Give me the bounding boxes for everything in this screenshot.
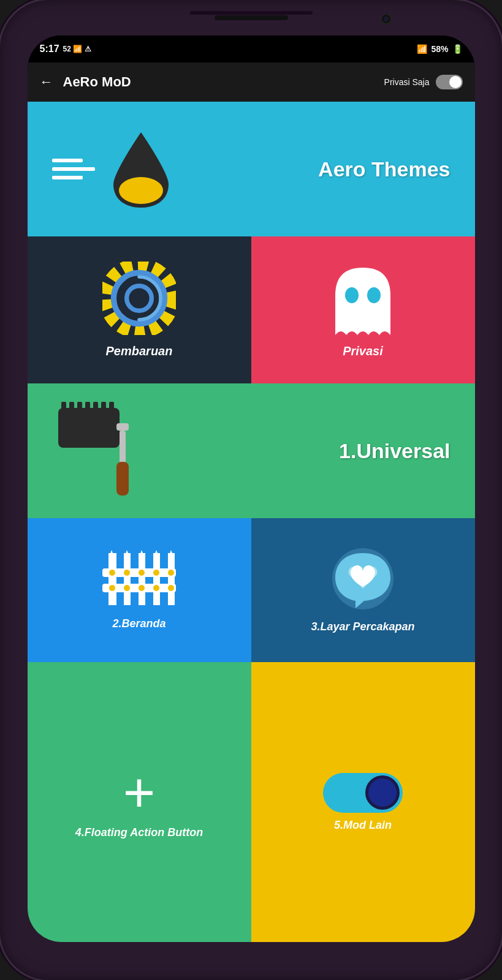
privasi-label: Privasi bbox=[343, 344, 383, 358]
speed-line-1 bbox=[52, 159, 83, 162]
svg-point-6 bbox=[345, 287, 359, 303]
speed-line-2 bbox=[52, 167, 95, 171]
plus-icon: + bbox=[123, 765, 156, 820]
svg-point-5 bbox=[130, 289, 148, 307]
svg-point-30 bbox=[168, 570, 174, 576]
row-4: 2.Beranda bbox=[28, 518, 475, 662]
svg-point-29 bbox=[153, 570, 159, 576]
grid-container: Aero Themes bbox=[28, 102, 475, 942]
beranda-label: 2.Beranda bbox=[112, 617, 165, 630]
svg-point-31 bbox=[109, 585, 115, 591]
universal-tile[interactable]: 1.Universal bbox=[28, 383, 475, 518]
fab-label: 4.Floating Action Button bbox=[75, 826, 203, 839]
layar-percakapan-label: 3.Layar Percakapan bbox=[311, 620, 414, 633]
app-title: AeRo MoD bbox=[63, 74, 131, 90]
aero-themes-label: Aero Themes bbox=[318, 157, 450, 181]
svg-point-35 bbox=[168, 585, 174, 591]
gear-icon bbox=[102, 262, 176, 335]
time-display: 5:17 bbox=[40, 43, 59, 55]
toggle-icon bbox=[323, 773, 403, 813]
battery-icon: 🔋 bbox=[452, 44, 463, 54]
paint-roller-icon bbox=[52, 402, 138, 500]
svg-rect-18 bbox=[116, 462, 129, 496]
phone-screen: 5:17 52 📶 ⚠ 📶 58% 🔋 ← AeRo MoD Privasi S… bbox=[28, 36, 475, 942]
row-2: Pembaruan Privasi bbox=[28, 236, 475, 383]
svg-rect-12 bbox=[85, 402, 90, 415]
front-camera bbox=[381, 13, 392, 24]
status-bar: 5:17 52 📶 ⚠ 📶 58% 🔋 bbox=[28, 36, 475, 62]
speed-lines bbox=[52, 159, 95, 179]
back-button[interactable]: ← bbox=[40, 74, 53, 90]
mod-lain-tile[interactable]: 5.Mod Lain bbox=[251, 662, 475, 942]
aero-themes-tile[interactable]: Aero Themes bbox=[28, 102, 475, 236]
privacy-toggle[interactable] bbox=[436, 75, 463, 89]
svg-point-32 bbox=[124, 585, 130, 591]
battery-display: 58% bbox=[431, 44, 448, 54]
fence-icon bbox=[99, 550, 179, 611]
svg-rect-11 bbox=[77, 402, 82, 410]
svg-point-7 bbox=[367, 287, 381, 303]
speed-line-3 bbox=[52, 176, 83, 179]
svg-point-34 bbox=[153, 585, 159, 591]
layar-percakapan-tile[interactable]: 3.Layar Percakapan bbox=[251, 518, 475, 662]
pembaruan-label: Pembaruan bbox=[106, 344, 173, 358]
svg-rect-15 bbox=[109, 402, 114, 410]
status-icons: 52 📶 ⚠ bbox=[63, 45, 91, 53]
svg-point-27 bbox=[124, 570, 130, 576]
app-header: ← AeRo MoD Privasi Saja bbox=[28, 62, 475, 102]
pembaruan-tile[interactable]: Pembaruan bbox=[28, 236, 251, 383]
row-5: + 4.Floating Action Button 5.Mod Lain bbox=[28, 662, 475, 942]
svg-point-0 bbox=[119, 177, 163, 204]
privasi-tile[interactable]: Privasi bbox=[251, 236, 475, 383]
aero-icon bbox=[52, 129, 175, 209]
privacy-label: Privasi Saja bbox=[384, 77, 430, 87]
svg-rect-10 bbox=[69, 402, 74, 414]
svg-rect-13 bbox=[93, 402, 98, 412]
svg-point-33 bbox=[139, 585, 145, 591]
svg-point-26 bbox=[109, 570, 115, 576]
mod-lain-label: 5.Mod Lain bbox=[334, 819, 392, 832]
status-right: 📶 58% 🔋 bbox=[417, 44, 462, 54]
svg-rect-14 bbox=[101, 402, 106, 413]
ghost-icon bbox=[329, 262, 397, 335]
status-left: 5:17 52 📶 ⚠ bbox=[40, 43, 91, 55]
header-left: ← AeRo MoD bbox=[40, 74, 131, 90]
fab-tile[interactable]: + 4.Floating Action Button bbox=[28, 662, 251, 942]
drop-icon bbox=[107, 129, 175, 209]
chat-heart-icon bbox=[326, 547, 400, 614]
beranda-tile[interactable]: 2.Beranda bbox=[28, 518, 251, 662]
speaker bbox=[215, 15, 288, 20]
svg-rect-17 bbox=[120, 431, 126, 464]
universal-label: 1.Universal bbox=[339, 439, 450, 463]
phone-frame: 5:17 52 📶 ⚠ 📶 58% 🔋 ← AeRo MoD Privasi S… bbox=[0, 0, 502, 980]
wifi-icon: 📶 bbox=[417, 44, 427, 54]
header-right: Privasi Saja bbox=[384, 75, 463, 89]
toggle-knob bbox=[365, 775, 400, 810]
svg-rect-16 bbox=[116, 423, 129, 431]
svg-rect-9 bbox=[61, 402, 66, 412]
svg-point-28 bbox=[139, 570, 145, 576]
